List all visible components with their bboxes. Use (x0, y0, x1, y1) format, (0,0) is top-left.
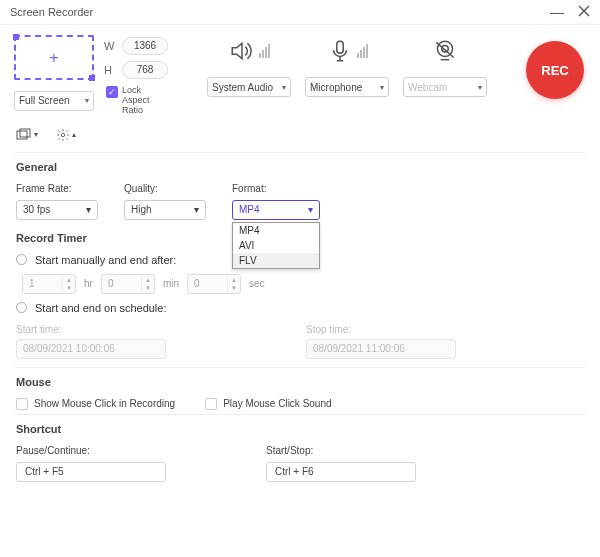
width-input[interactable] (122, 37, 168, 55)
quality-select[interactable]: High▾ (124, 200, 206, 220)
minutes-spinner[interactable]: 0 ▲▼ (101, 274, 155, 294)
down-icon[interactable]: ▼ (63, 284, 75, 292)
stop-time-input[interactable]: 08/09/2021 11:00:06 (306, 339, 456, 359)
record-button[interactable]: REC (526, 41, 584, 99)
system-audio-source: System Audio▾ (203, 35, 295, 97)
capture-mode-select[interactable]: Full Screen ▾ (14, 91, 94, 111)
format-option-mp4[interactable]: MP4 (233, 223, 319, 238)
format-select[interactable]: MP4▾ (232, 200, 320, 220)
sources-panel: System Audio▾ Microphone▾ Webcam▾ (180, 35, 514, 97)
width-label: W (104, 40, 116, 52)
chevron-down-icon: ▾ (34, 130, 38, 139)
general-title: General (16, 161, 584, 173)
seconds-spinner[interactable]: 0 ▲▼ (187, 274, 241, 294)
layers-icon (16, 128, 32, 142)
chevron-down-icon: ▾ (194, 204, 199, 215)
chevron-down-icon: ▾ (380, 83, 384, 92)
chevron-down-icon: ▾ (282, 83, 286, 92)
capture-settings: + W H Full Screen ▾ ✓ Lock Aspect Rati (14, 35, 168, 116)
mouse-title: Mouse (16, 376, 584, 388)
mic-level-icon (357, 44, 368, 58)
close-button[interactable] (578, 5, 590, 19)
chevron-up-icon: ▴ (72, 130, 76, 139)
quality-label: Quality: (124, 183, 206, 194)
format-option-avi[interactable]: AVI (233, 238, 319, 253)
chevron-down-icon: ▾ (85, 96, 89, 105)
speaker-icon (229, 38, 255, 64)
webcam-off-icon (432, 38, 458, 64)
webcam-select[interactable]: Webcam▾ (403, 77, 487, 97)
hours-unit: hr (84, 278, 93, 289)
lock-aspect-label: Lock Aspect Ratio (122, 86, 162, 116)
microphone-select[interactable]: Microphone▾ (305, 77, 389, 97)
format-label: Format: (232, 183, 320, 194)
up-icon[interactable]: ▲ (228, 276, 240, 284)
microphone-source: Microphone▾ (301, 35, 393, 97)
capture-mode-value: Full Screen (19, 95, 70, 106)
start-time-label: Start time: (16, 324, 166, 335)
svg-rect-9 (17, 131, 27, 139)
show-click-checkbox[interactable]: ✓ (16, 398, 28, 410)
height-label: H (104, 64, 116, 76)
start-shortcut-input[interactable]: Ctrl + F6 (266, 462, 416, 482)
svg-point-11 (61, 133, 65, 137)
down-icon[interactable]: ▼ (228, 284, 240, 292)
chevron-down-icon: ▾ (478, 83, 482, 92)
up-icon[interactable]: ▲ (142, 276, 154, 284)
minutes-unit: min (163, 278, 179, 289)
plus-icon: + (49, 49, 58, 67)
window-title: Screen Recorder (10, 6, 93, 18)
manual-radio[interactable] (16, 254, 27, 265)
frame-rate-label: Frame Rate: (16, 183, 98, 194)
start-shortcut-label: Start/Stop: (266, 445, 416, 456)
svg-rect-3 (336, 41, 343, 53)
minimize-button[interactable]: — (550, 4, 564, 20)
height-input[interactable] (122, 61, 168, 79)
system-audio-select[interactable]: System Audio▾ (207, 77, 291, 97)
hours-spinner[interactable]: 1 ▲▼ (22, 274, 76, 294)
window-controls: — (550, 4, 590, 20)
format-option-flv[interactable]: FLV (233, 253, 319, 268)
lock-aspect-checkbox[interactable]: ✓ (106, 86, 118, 98)
svg-marker-2 (232, 43, 242, 58)
shortcut-section: Shortcut Pause/Continue: Ctrl + F5 Start… (0, 415, 600, 486)
up-icon[interactable]: ▲ (63, 276, 75, 284)
seconds-unit: sec (249, 278, 265, 289)
chevron-down-icon: ▾ (308, 204, 313, 215)
audio-level-icon (259, 44, 270, 58)
play-sound-checkbox[interactable]: ✓ (205, 398, 217, 410)
top-panel: + W H Full Screen ▾ ✓ Lock Aspect Rati (0, 25, 600, 122)
stop-time-label: Stop time: (306, 324, 456, 335)
manual-label: Start manually and end after: (35, 254, 176, 266)
microphone-icon (327, 38, 353, 64)
capture-area-selector[interactable]: + (14, 35, 94, 80)
schedule-label: Start and end on schedule: (35, 302, 166, 314)
secondary-toolbar: ▾ ▴ (0, 122, 600, 152)
pause-shortcut-label: Pause/Continue: (16, 445, 166, 456)
chevron-down-icon: ▾ (86, 204, 91, 215)
mouse-section: Mouse ✓ Show Mouse Click in Recording ✓ … (0, 368, 600, 414)
titlebar: Screen Recorder — (0, 0, 600, 25)
general-section: General Frame Rate: 30 fps▾ Quality: Hig… (0, 153, 600, 224)
schedule-radio[interactable] (16, 302, 27, 313)
webcam-source: Webcam▾ (399, 35, 491, 97)
frame-rate-select[interactable]: 30 fps▾ (16, 200, 98, 220)
shortcut-title: Shortcut (16, 423, 584, 435)
play-sound-label: Play Mouse Click Sound (223, 398, 331, 409)
down-icon[interactable]: ▼ (142, 284, 154, 292)
show-click-label: Show Mouse Click in Recording (34, 398, 175, 409)
gear-icon (56, 128, 70, 142)
record-label: REC (541, 63, 568, 78)
start-time-input[interactable]: 08/09/2021 10:00:06 (16, 339, 166, 359)
pause-shortcut-input[interactable]: Ctrl + F5 (16, 462, 166, 482)
format-dropdown-menu: MP4 AVI FLV (232, 222, 320, 269)
screenshot-tool[interactable]: ▾ (16, 128, 38, 142)
svg-rect-10 (20, 129, 30, 137)
settings-tool[interactable]: ▴ (56, 128, 76, 142)
